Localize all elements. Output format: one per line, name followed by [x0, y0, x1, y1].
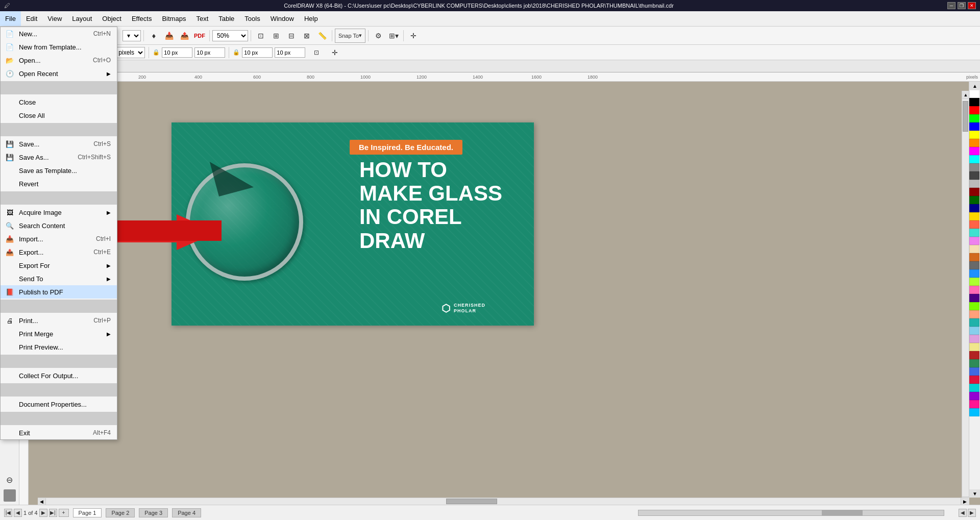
menu-item-window[interactable]: Window: [265, 11, 299, 26]
color-swatch-9[interactable]: [969, 163, 979, 171]
color-swatch-39[interactable]: [969, 408, 979, 416]
settings-btn[interactable]: ⚙: [371, 29, 385, 43]
menu-item-save-as[interactable]: 💾Save As...Ctrl+Shift+S: [1, 151, 117, 164]
outline-tool[interactable]: ⊖: [2, 472, 17, 487]
menu-item-layout[interactable]: Layout: [67, 11, 97, 26]
menu-item-collect-output[interactable]: Collect For Output...: [1, 369, 117, 382]
menu-item-print-preview[interactable]: Print Preview...: [1, 340, 117, 354]
nav-right[interactable]: ▶: [968, 509, 976, 517]
color-swatch-3[interactable]: [969, 114, 979, 122]
zoom-select[interactable]: 50%: [212, 30, 248, 41]
color-swatch-0[interactable]: [969, 90, 979, 98]
page-first-btn[interactable]: |◀: [4, 509, 12, 517]
color-swatch-1[interactable]: [969, 98, 979, 106]
h-scrollbar-bottom[interactable]: [638, 510, 944, 516]
menu-item-search-content[interactable]: 🔍Search Content: [1, 219, 117, 232]
color-swatch-16[interactable]: [969, 220, 979, 229]
color-swatch-11[interactable]: [969, 180, 979, 188]
color-swatch-25[interactable]: [969, 294, 979, 302]
color-swatch-6[interactable]: [969, 139, 979, 147]
h2-input[interactable]: [275, 47, 305, 58]
add-crosshair-btn[interactable]: ✛: [328, 45, 342, 60]
menu-item-export[interactable]: 📤Export...Ctrl+E: [1, 245, 117, 259]
page-prev-btn[interactable]: ◀: [14, 509, 22, 517]
menu-item-new[interactable]: 📄New...Ctrl+N: [1, 27, 117, 40]
v-scrollbar[interactable]: ▲ ▼: [962, 91, 969, 505]
color-swatch-20[interactable]: [969, 253, 979, 261]
color-swatch-30[interactable]: [969, 335, 979, 343]
menu-item-save[interactable]: 💾Save...Ctrl+S: [1, 137, 117, 151]
full-screen-btn[interactable]: ⊡: [254, 29, 268, 43]
restore-button[interactable]: ❐: [958, 2, 966, 9]
palette-scroll-up[interactable]: ▲: [969, 82, 980, 90]
color-swatch-5[interactable]: [969, 131, 979, 139]
view-options[interactable]: ⊞▾: [386, 29, 401, 43]
color-swatch-13[interactable]: [969, 196, 979, 204]
redo-levels[interactable]: ▾: [122, 30, 141, 41]
table-btn[interactable]: ⊟: [284, 29, 299, 43]
color-swatch-7[interactable]: [969, 147, 979, 155]
color-swatch-8[interactable]: [969, 155, 979, 163]
color-swatch-34[interactable]: [969, 367, 979, 376]
fill-color-tool[interactable]: [4, 489, 16, 502]
page-last-btn[interactable]: ▶|: [49, 509, 57, 517]
snap-btn[interactable]: Snap To▾: [335, 29, 365, 43]
h-input[interactable]: [194, 47, 225, 58]
menu-item-print-merge[interactable]: Print Merge▶: [1, 327, 117, 340]
h-scroll-right[interactable]: ▶: [961, 498, 969, 505]
color-swatch-12[interactable]: [969, 188, 979, 196]
export-btn[interactable]: 📤: [177, 29, 191, 43]
menu-item-revert[interactable]: Revert: [1, 177, 117, 190]
menu-item-publish-pdf[interactable]: 📕Publish to PDF: [1, 285, 117, 299]
menu-item-object[interactable]: Object: [97, 11, 127, 26]
color-swatch-24[interactable]: [969, 286, 979, 294]
h-scroll-thumb[interactable]: [446, 499, 497, 504]
page-tab-4[interactable]: Page 4: [172, 508, 201, 517]
menu-item-open[interactable]: 📂Open...Ctrl+O: [1, 54, 117, 67]
close-button[interactable]: ✕: [968, 2, 976, 9]
menu-item-exit[interactable]: ExitAlt+F4: [1, 426, 117, 439]
menu-item-open-recent[interactable]: 🕐Open Recent▶: [1, 67, 117, 80]
menu-item-close-all[interactable]: Close All: [1, 109, 117, 122]
palette-scroll-down[interactable]: ▼: [969, 489, 980, 498]
menu-item-acquire[interactable]: 🖼Acquire Image▶: [1, 206, 117, 219]
color-swatch-32[interactable]: [969, 351, 979, 359]
menu-item-doc-props[interactable]: Document Properties...: [1, 398, 117, 411]
color-swatch-29[interactable]: [969, 327, 979, 335]
h-scrollbar[interactable]: ◀ ▶: [38, 498, 969, 505]
color-swatch-21[interactable]: [969, 261, 979, 269]
menu-item-export-for[interactable]: Export For▶: [1, 259, 117, 272]
menu-item-effects[interactable]: Effects: [127, 11, 157, 26]
color-swatch-18[interactable]: [969, 237, 979, 245]
page-tab-2[interactable]: Page 2: [106, 508, 135, 517]
minimize-button[interactable]: ─: [947, 2, 955, 9]
menu-item-print[interactable]: 🖨Print...Ctrl+P: [1, 314, 117, 327]
canvas-content[interactable]: Be Inspired. Be Educated. HOW TOMAKE GLA…: [29, 82, 980, 505]
v-scroll-thumb[interactable]: [963, 101, 968, 132]
color-swatch-22[interactable]: [969, 269, 979, 278]
color-swatch-17[interactable]: [969, 229, 979, 237]
v-scroll-up[interactable]: ▲: [962, 91, 969, 99]
menu-item-tools[interactable]: Tools: [239, 11, 265, 26]
menu-item-view[interactable]: View: [42, 11, 67, 26]
lock-ratio-btn[interactable]: ⊡: [309, 45, 324, 60]
view-btn[interactable]: ⊞: [269, 29, 283, 43]
color-swatch-33[interactable]: [969, 359, 979, 367]
menu-item-import[interactable]: 📥Import...Ctrl+I: [1, 232, 117, 245]
pdf-btn[interactable]: PDF: [192, 29, 207, 43]
menu-item-help[interactable]: Help: [299, 11, 323, 26]
page-add-btn[interactable]: +: [59, 509, 69, 517]
menu-item-save-template[interactable]: Save as Template...: [1, 164, 117, 177]
ruler-btn[interactable]: 📏: [315, 29, 329, 43]
w-input[interactable]: [162, 47, 192, 58]
nav-left[interactable]: ◀: [959, 509, 967, 517]
menu-item-table[interactable]: Table: [213, 11, 239, 26]
w2-input[interactable]: [242, 47, 273, 58]
color-swatch-19[interactable]: [969, 245, 979, 253]
pointer-btn[interactable]: ⬧: [146, 29, 161, 43]
color-swatch-23[interactable]: [969, 278, 979, 286]
color-swatch-36[interactable]: [969, 384, 979, 392]
menu-item-file[interactable]: File: [0, 11, 21, 26]
color-swatch-10[interactable]: [969, 171, 979, 180]
color-swatch-35[interactable]: [969, 376, 979, 384]
